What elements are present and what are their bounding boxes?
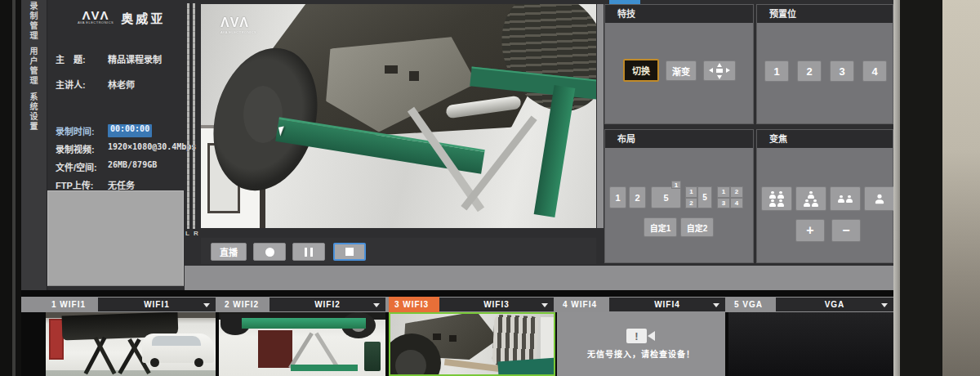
monitor-bezel-left [0,0,21,376]
split-cell-1: 1 [685,186,697,198]
app-window: 录制管理 用户管理 系统设置 ΛVΛ AVA ELECTRONICS 奥威亚 主… [0,0,980,376]
source-3-thumbnail-selected[interactable] [389,312,555,376]
record-button[interactable] [253,243,286,261]
preset-1-button[interactable]: 1 [764,60,789,82]
scene-shape [449,335,457,342]
group-3-icon-row2 [803,199,819,207]
source-4-thumbnail-no-signal[interactable]: ! 无信号接入，请检查设备！ [557,312,725,376]
zoom-group-3-button[interactable] [795,186,826,211]
preset-4-button[interactable]: 4 [862,60,887,82]
audio-right-label: R [194,230,198,237]
effects-panel-title: 特技 [605,5,753,23]
lower-band [185,266,893,290]
source-2-thumbnail[interactable] [219,312,385,376]
chevron-down-icon [881,303,888,307]
pip-main-cell: 5 [663,193,668,203]
source-5-dropdown[interactable]: VGA [776,298,893,311]
group-4-icon-row2 [768,199,785,207]
scene-shape [395,350,426,376]
background-wall [942,0,980,376]
ftp-upload-label: FTP上传: [56,178,108,191]
scene-shape [497,358,555,376]
layout-quad-button[interactable]: 1 2 3 4 [717,186,743,208]
record-time-row: 录制时间: 00:00:00 [56,124,152,137]
source-3-dropdown[interactable]: WIFI3 [439,298,554,311]
pan-arrows-icon [709,65,730,77]
record-time-value: 00:00:00 [108,124,152,137]
sidebar-item-user-management[interactable]: 用户管理 [27,47,39,86]
group-3-icon [807,191,815,199]
watermark-sub: AVA ELECTRONICS [220,30,256,34]
layout-custom-2-button[interactable]: 自定2 [680,217,714,237]
source-5-thumbnail[interactable] [728,312,893,376]
chevron-down-icon [541,303,548,307]
scene-shape [194,358,203,367]
brand-name: 奥威亚 [121,9,165,26]
quad-cell-2: 2 [730,186,743,198]
topic-row: 主 题: 精品课程录制 [56,52,162,65]
pip-sub-cell: 1 [671,181,681,189]
scene-shape [291,365,358,371]
chevron-down-icon [373,303,380,307]
file-space-row: 文件/空间: 26MB/879GB [56,160,157,173]
lecturer-label: 主讲人: [56,78,108,91]
source-4-dropdown[interactable]: WIFI4 [609,298,725,311]
layout-pip-button[interactable]: 5 1 [651,186,681,208]
source-1-dropdown[interactable]: WIFI1 [98,298,216,311]
zoom-group-4-button[interactable] [761,186,792,211]
sidebar-item-system-settings[interactable]: 系统设置 [27,92,39,132]
record-video-label: 录制视频: [56,142,108,155]
layout-custom-1-button[interactable]: 自定1 [644,217,677,237]
ftp-upload-row: FTP上传: 无任务 [56,178,135,191]
scene-shape [152,336,201,346]
sidebar-item-recording-management[interactable]: 录制管理 [27,2,39,41]
source-1-thumbnail[interactable] [46,312,216,376]
audio-meter-left [187,3,189,229]
zoom-group-2-button[interactable] [830,186,861,211]
divider [21,290,893,297]
zoom-single-person-button[interactable] [864,186,895,211]
scrollbar[interactable] [597,4,604,228]
record-icon [265,248,274,257]
monitor-bezel-right [900,0,942,376]
topic-label: 主 题: [56,52,108,65]
source-1-label: 1 WIFI1 [46,297,98,312]
zoom-in-button[interactable]: + [795,219,825,242]
layout-single-1-button[interactable]: 1 [609,186,626,208]
audio-left-label: L [185,230,189,237]
source-4-label: 4 WIFI4 [557,297,609,312]
quad-cell-3: 3 [717,198,730,209]
scene-shape [385,65,398,74]
live-button[interactable]: 直播 [211,243,247,261]
scene-shape [364,342,381,371]
pause-icon [305,248,313,257]
lecturer-row: 主讲人: 林老师 [56,78,135,91]
zoom-out-button[interactable]: − [831,219,861,242]
file-space-label: 文件/空间: [56,160,108,173]
lecturer-value: 林老师 [108,78,135,91]
pan-control-button[interactable] [703,60,736,81]
person-icon [875,195,884,203]
pause-button[interactable] [292,243,325,261]
source-2-dropdown[interactable]: WIFI2 [270,298,385,311]
watermark-ava-icon: ΛVΛ [220,16,256,30]
scene-shape [242,318,366,329]
scene-shape [541,317,554,361]
preset-2-button[interactable]: 2 [797,60,822,82]
ava-logo-icon: ΛVΛ [78,11,114,20]
layout-single-2-button[interactable]: 2 [629,186,646,208]
effect-fade-button[interactable]: 渐变 [666,60,697,81]
ftp-upload-value: 无任务 [108,178,135,191]
main-video-preview: ΛVΛ AVA ELECTRONICS [201,4,596,228]
effect-switch-button[interactable]: 切换 [623,59,659,82]
stop-button[interactable] [333,243,366,261]
transport-bar: 直播 [201,238,596,264]
file-space-value: 26MB/879GB [108,160,157,173]
layout-split-button[interactable]: 1 5 2 [685,186,712,208]
scene-shape [150,358,159,367]
stop-icon [345,248,354,256]
monitor-edge [893,0,900,376]
brand-logo-mark: ΛVΛ AVA ELECTRONICS [78,11,114,25]
preset-3-button[interactable]: 3 [830,60,854,82]
chevron-down-icon [203,303,210,307]
